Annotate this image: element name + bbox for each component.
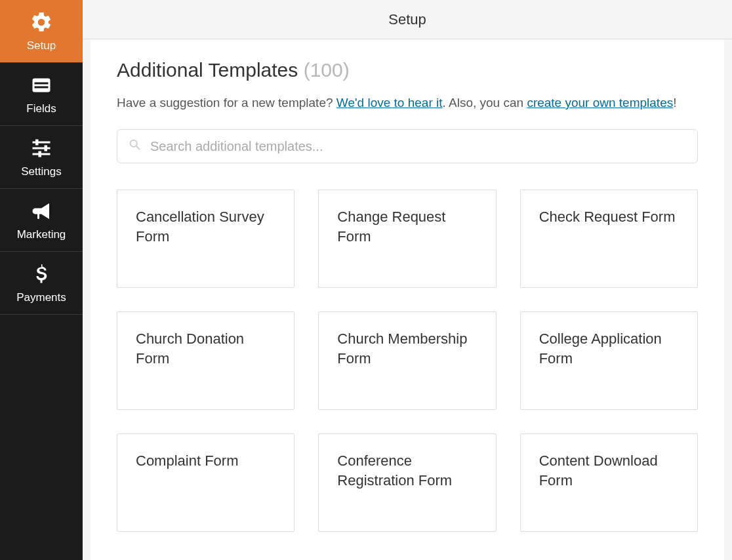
template-title: Change Request Form xyxy=(337,207,477,246)
sidebar-item-payments[interactable]: Payments xyxy=(0,252,83,315)
template-title: Church Membership Form xyxy=(337,329,477,368)
template-card[interactable]: Complaint Form xyxy=(117,433,295,532)
template-title: Complaint Form xyxy=(136,451,275,471)
sidebar-item-label: Setup xyxy=(27,39,56,52)
svg-rect-0 xyxy=(33,78,51,92)
intro-suffix: ! xyxy=(673,96,676,110)
sidebar-item-label: Marketing xyxy=(17,228,66,241)
suggestion-link[interactable]: We'd love to hear it xyxy=(336,96,443,110)
scroll-area[interactable]: Additional Templates (100) Have a sugges… xyxy=(83,39,732,560)
section-title: Additional Templates (100) xyxy=(117,59,698,81)
template-card[interactable]: College Application Form xyxy=(520,311,698,410)
sidebar-item-setup[interactable]: Setup xyxy=(0,0,83,63)
sidebar-item-settings[interactable]: Settings xyxy=(0,126,83,189)
template-card[interactable]: Cancellation Survey Form xyxy=(117,190,295,288)
template-title: Check Request Form xyxy=(539,207,679,227)
dollar-icon xyxy=(30,262,53,286)
templates-grid: Cancellation Survey Form Change Request … xyxy=(117,190,698,532)
template-card[interactable]: Conference Registration Form xyxy=(318,433,496,532)
gear-icon xyxy=(30,10,53,34)
template-card[interactable]: Change Request Form xyxy=(318,190,496,288)
sidebar-item-marketing[interactable]: Marketing xyxy=(0,189,83,252)
intro-prefix: Have a suggestion for a new template? xyxy=(117,96,336,110)
sidebar-item-label: Payments xyxy=(16,291,66,304)
template-card[interactable]: Content Download Form xyxy=(520,433,698,532)
svg-rect-6 xyxy=(35,139,39,145)
bullhorn-icon xyxy=(30,199,53,223)
intro-middle: . Also, you can xyxy=(443,96,527,110)
svg-rect-8 xyxy=(39,151,42,157)
sliders-icon xyxy=(30,136,53,160)
search-input[interactable] xyxy=(150,139,687,154)
search-icon xyxy=(128,138,150,155)
content-wrapper: Setup Additional Templates (100) Have a … xyxy=(83,0,732,560)
header: Setup xyxy=(83,0,732,39)
fields-icon xyxy=(30,73,53,97)
section-count: (100) xyxy=(304,59,350,81)
template-card[interactable]: Check Request Form xyxy=(520,190,698,288)
svg-rect-2 xyxy=(35,86,49,88)
search-wrap[interactable] xyxy=(117,129,698,163)
templates-panel: Additional Templates (100) Have a sugges… xyxy=(91,39,724,560)
template-title: Church Donation Form xyxy=(136,329,275,368)
template-card[interactable]: Church Donation Form xyxy=(117,311,295,410)
create-own-link[interactable]: create your own templates xyxy=(527,96,673,110)
svg-rect-4 xyxy=(33,147,51,149)
intro-text: Have a suggestion for a new template? We… xyxy=(117,93,698,112)
template-title: Cancellation Survey Form xyxy=(136,207,275,246)
template-title: Conference Registration Form xyxy=(337,451,477,490)
template-title: Content Download Form xyxy=(539,451,679,490)
svg-rect-1 xyxy=(35,82,49,84)
section-title-text: Additional Templates xyxy=(117,59,298,81)
sidebar: Setup Fields Settings Marketing Payments xyxy=(0,0,83,560)
sidebar-item-label: Settings xyxy=(21,165,61,178)
sidebar-item-fields[interactable]: Fields xyxy=(0,63,83,126)
page-title: Setup xyxy=(388,11,426,28)
svg-rect-3 xyxy=(33,141,51,143)
template-title: College Application Form xyxy=(539,329,679,368)
sidebar-item-label: Fields xyxy=(26,102,56,115)
svg-rect-7 xyxy=(45,145,48,151)
template-card[interactable]: Church Membership Form xyxy=(318,311,496,410)
